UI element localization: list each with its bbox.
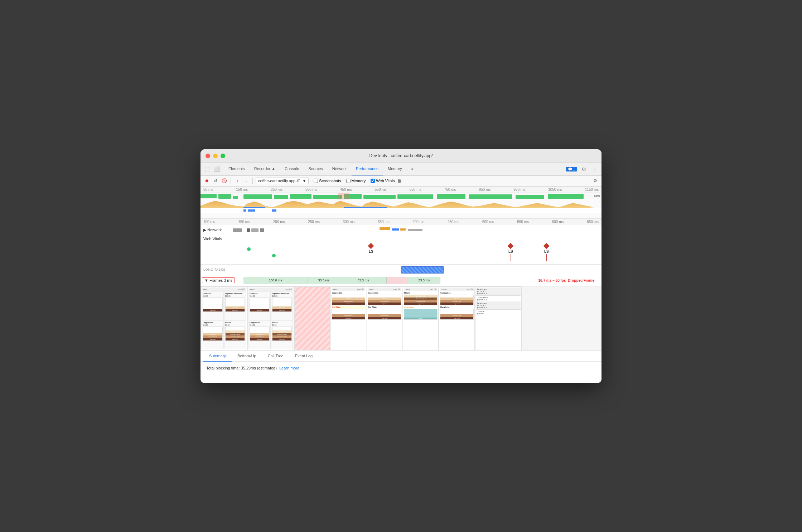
summary-text: Total blocking time: 35.29ms (estimated) xyxy=(206,366,277,370)
long-task-1 xyxy=(401,266,444,274)
device-icon[interactable]: ⬜ xyxy=(213,165,221,173)
tab-event-log[interactable]: Event Log xyxy=(289,351,319,362)
svg-rect-4 xyxy=(274,195,288,199)
screenshots-checkbox[interactable] xyxy=(314,179,318,183)
network-label-text: Network xyxy=(207,228,222,232)
svg-rect-8 xyxy=(363,195,396,199)
ruler-mark-8: 850 ms xyxy=(479,188,491,192)
screenshot-1-content: menucart (0) Espresso $10.00 espresso xyxy=(201,287,247,350)
network-expand-icon[interactable]: ▶ xyxy=(203,228,206,232)
tab-sources[interactable]: Sources xyxy=(304,163,327,175)
toolbar-settings-icon[interactable]: ⚙ xyxy=(591,177,599,184)
frame-seg-2: 83.3 ms xyxy=(340,277,387,284)
svg-rect-13 xyxy=(548,194,584,199)
tab-network[interactable]: Network xyxy=(328,163,351,175)
tab-elements[interactable]: Elements xyxy=(224,163,249,175)
mug-topbar-3: menucart (0) xyxy=(332,287,365,291)
performance-toolbar: ⏺ ↺ 🚫 ↑ ↓ coffee-cart.netlify.app #1 ▼ S… xyxy=(200,176,602,187)
screenshot-6: menucart (0) Cappuccino milk foam steame… xyxy=(439,286,475,350)
svg-rect-11 xyxy=(469,194,512,199)
svg-rect-18 xyxy=(248,209,255,212)
long-tasks-label: LONG TASKS xyxy=(200,268,229,271)
settings-icon[interactable]: ⚙ xyxy=(580,165,588,173)
ms-mark-6: 400 ms xyxy=(412,220,424,224)
summary-panel: Total blocking time: 35.29ms (estimated)… xyxy=(200,362,602,383)
chat-badge[interactable]: 💬 1 xyxy=(566,167,577,171)
ruler-mark-5: 550 ms xyxy=(375,188,387,192)
tab-right-actions: 💬 1 ⚙ ⋮ xyxy=(566,165,599,173)
lcp-dot-1 xyxy=(247,247,251,251)
svg-rect-23 xyxy=(260,228,264,232)
memory-checkbox-group: Memory xyxy=(346,179,366,183)
frame-seg-0: 150.0 ms xyxy=(243,277,308,284)
svg-rect-1 xyxy=(218,194,231,199)
ms-mark-5: 350 ms xyxy=(378,220,390,224)
tab-recorder[interactable]: Recorder ▲ xyxy=(250,163,280,175)
tabs-bar: ⬚ ⬜ Elements Recorder ▲ Console Sources … xyxy=(200,163,602,176)
upload-button[interactable]: ↑ xyxy=(234,177,241,184)
clear-button[interactable]: 🚫 xyxy=(221,177,228,184)
ms-ruler-inner: 100 ms 150 ms 200 ms 250 ms 300 ms 350 m… xyxy=(200,220,602,224)
mug-card-macchiato: Espresso Macchiato $12.00 milk foam espr… xyxy=(224,291,246,320)
network-label[interactable]: ▶ Network xyxy=(200,228,229,232)
frames-text: Frames xyxy=(209,278,223,282)
svg-rect-25 xyxy=(392,228,399,231)
ms-mark-7: 450 ms xyxy=(448,220,459,224)
tab-console[interactable]: Console xyxy=(280,163,303,175)
learn-more-link[interactable]: Learn more xyxy=(279,366,299,370)
svg-rect-20 xyxy=(233,228,242,232)
long-tasks-area xyxy=(229,265,602,275)
tab-summary[interactable]: Summary xyxy=(203,351,232,362)
screenshot-dropped xyxy=(294,286,330,350)
close-button[interactable] xyxy=(206,154,210,158)
tab-performance[interactable]: Performance xyxy=(352,163,383,175)
tab-icons: ⬚ ⬜ xyxy=(203,165,221,173)
tab-call-tree[interactable]: Call Tree xyxy=(262,351,289,362)
frames-row: ▼ Frames 3 ms 150.0 ms 33.3 ms 83.3 ms xyxy=(200,275,602,286)
svg-rect-26 xyxy=(400,228,406,231)
cursor-icon[interactable]: ⬚ xyxy=(203,165,211,173)
mug-topbar-2: menucart (0) xyxy=(248,287,293,291)
download-button[interactable]: ↓ xyxy=(242,177,250,184)
network-bars xyxy=(229,225,602,235)
wv-dots-area: LS LS LS xyxy=(200,243,602,265)
ms-mark-1: 150 ms xyxy=(238,220,250,224)
more-icon[interactable]: ⋮ xyxy=(591,165,599,173)
ms-mark-10: 600 ms xyxy=(552,220,564,224)
mug-visual-2: milk foam espresso xyxy=(225,298,245,312)
tab-more[interactable]: » xyxy=(407,163,418,175)
record-button[interactable]: ⏺ xyxy=(203,177,211,184)
overview-canvas[interactable]: FPS xyxy=(200,193,602,217)
mug-card-cappuccino: Cappuccino $19.00 milk foam steamed milk… xyxy=(202,320,224,349)
delete-recording-button[interactable]: 🗑 xyxy=(396,177,403,184)
screenshots-label: Screenshots xyxy=(319,179,341,183)
url-value: coffee-cart.netlify.app #1 xyxy=(258,179,301,183)
screenshot-5: menucart (0) Mocha whipped cream chocola… xyxy=(403,286,439,350)
screenshot-5-content: menucart (0) Mocha whipped cream chocola… xyxy=(403,287,438,350)
memory-checkbox[interactable] xyxy=(346,179,351,183)
lcp-dot-2 xyxy=(272,254,276,257)
ms-mark-3: 250 ms xyxy=(308,220,320,224)
main-timeline: 100 ms 150 ms 200 ms 250 ms 300 ms 350 m… xyxy=(200,219,602,286)
minimize-button[interactable] xyxy=(213,154,218,158)
screenshots-strip: menucart (0) Espresso $10.00 espresso xyxy=(200,286,602,351)
window-title: DevTools - coffee-cart.netlify.app/ xyxy=(369,153,433,158)
svg-rect-12 xyxy=(516,195,544,199)
ruler-mark-3: 350 ms xyxy=(305,188,317,192)
tab-memory[interactable]: Memory xyxy=(383,163,406,175)
ruler-mark-4: 450 ms xyxy=(340,188,352,192)
svg-rect-6 xyxy=(313,195,342,199)
url-selector[interactable]: coffee-cart.netlify.app #1 ▼ xyxy=(256,178,309,184)
fps-bar-row: FPS xyxy=(200,193,602,199)
web-vitals-checkbox[interactable] xyxy=(371,179,375,183)
svg-rect-19 xyxy=(272,209,276,212)
reload-button[interactable]: ↺ xyxy=(212,177,219,184)
ruler-mark-0: 50 ms xyxy=(203,188,213,192)
tab-bottom-up[interactable]: Bottom-Up xyxy=(232,351,262,362)
fullscreen-button[interactable] xyxy=(221,154,225,158)
screenshot-4-content: menucart (0) Cappuccino milk foam steame… xyxy=(367,287,402,350)
ruler-mark-2: 250 ms xyxy=(271,188,282,192)
ruler-mark-1: 150 ms xyxy=(236,188,248,192)
ruler-mark-10: 1050 ms xyxy=(548,188,562,192)
ls-marker-3: LS xyxy=(544,244,549,261)
